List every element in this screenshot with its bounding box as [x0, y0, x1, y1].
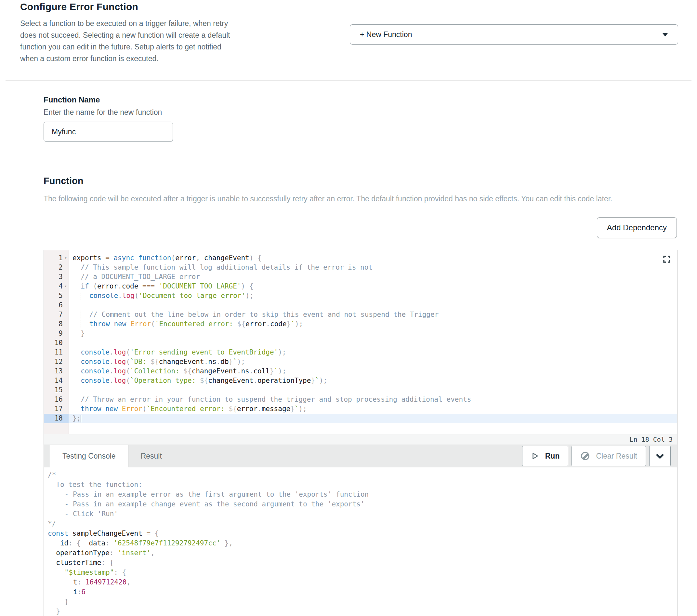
function-editor-panel: 1▾exports = async function(error, change… — [44, 250, 678, 616]
console-code-line[interactable]: - Pass in an example error as the first … — [48, 489, 677, 499]
line-number: 13 — [44, 367, 69, 376]
console-code-line[interactable]: _id: { _data: '62548f79e7f11292792497cc'… — [48, 538, 677, 548]
tab-bar-spacer — [174, 445, 522, 467]
code-line[interactable]: 9 } — [44, 329, 677, 338]
function-select-dropdown[interactable]: + New Function — [350, 25, 678, 45]
add-dependency-button[interactable]: Add Dependency — [597, 217, 677, 238]
line-number: 4▾ — [44, 282, 69, 291]
line-number: 10 — [44, 338, 69, 348]
line-number: 17 — [44, 404, 69, 414]
console-code-line[interactable]: - Click 'Run' — [48, 509, 677, 519]
line-number: 9 — [44, 329, 69, 338]
code-line[interactable]: 1▾exports = async function(error, change… — [44, 253, 677, 263]
section-divider — [5, 160, 692, 160]
fold-arrow-icon[interactable]: ▾ — [63, 253, 69, 263]
code-line[interactable]: 16 // Throw an error in your function to… — [44, 395, 677, 404]
play-icon — [531, 452, 539, 460]
line-number: 12 — [44, 357, 69, 367]
code-line[interactable]: 2 // This sample function will log addit… — [44, 263, 677, 272]
clear-icon — [580, 451, 590, 461]
chevron-down-icon — [662, 33, 668, 36]
code-editor[interactable]: 1▾exports = async function(error, change… — [44, 250, 677, 434]
code-line[interactable]: 15 — [44, 385, 677, 395]
function-section: Function The following code will be exec… — [0, 176, 697, 616]
function-name-section: Function Name Enter the name for the new… — [0, 80, 697, 160]
function-description: The following code will be executed afte… — [44, 193, 659, 205]
code-line[interactable]: 7 // Comment out the line below in order… — [44, 310, 677, 319]
console-code-line[interactable]: clusterTime: { — [48, 558, 677, 568]
testing-console-output[interactable]: /* To test the function: - Pass in an ex… — [44, 467, 677, 616]
page-title: Configure Error Function — [20, 1, 138, 12]
configure-error-function-section: Configure Error Function Select a functi… — [0, 0, 697, 80]
line-number: 15 — [44, 385, 69, 395]
tab-testing-console[interactable]: Testing Console — [50, 445, 129, 467]
line-number: 6 — [44, 300, 69, 310]
line-number: 16 — [44, 395, 69, 404]
console-code-line[interactable]: i:6 — [48, 587, 677, 597]
line-number: 8 — [44, 319, 69, 329]
line-number: 18 — [44, 414, 69, 423]
console-tab-bar: Testing ConsoleResult Run Clear Result — [44, 444, 677, 467]
tab-result[interactable]: Result — [129, 445, 174, 467]
chevron-down-icon — [655, 451, 665, 461]
run-button[interactable]: Run — [522, 446, 568, 466]
code-line[interactable]: 12 console.log(`DB: ${changeEvent.ns.db}… — [44, 357, 677, 367]
code-line[interactable]: 14 console.log(`Operation type: ${change… — [44, 376, 677, 385]
console-code-line[interactable]: operationType: 'insert', — [48, 548, 677, 558]
console-code-line[interactable]: } — [48, 597, 677, 606]
code-line[interactable]: 13 console.log(`Collection: ${changeEven… — [44, 367, 677, 376]
line-number: 3 — [44, 272, 69, 282]
console-code-line[interactable]: } — [48, 606, 677, 616]
console-code-line[interactable]: /* — [48, 470, 677, 480]
console-code-line[interactable]: const sampleChangeEvent = { — [48, 528, 677, 538]
line-number: 2 — [44, 263, 69, 272]
clear-result-button[interactable]: Clear Result — [572, 446, 646, 466]
code-line[interactable]: 3 // a DOCUMENT_TOO_LARGE error — [44, 272, 677, 282]
collapse-console-button[interactable] — [649, 446, 671, 466]
code-line[interactable]: 11 console.log('Error sending event to E… — [44, 348, 677, 357]
line-number: 7 — [44, 310, 69, 319]
code-line[interactable]: 5 console.log('Document too large error'… — [44, 291, 677, 300]
line-number: 5 — [44, 291, 69, 300]
code-line[interactable]: 8 throw new Error(`Encountered error: ${… — [44, 319, 677, 329]
function-name-description: Enter the name for the new function — [44, 108, 162, 117]
code-line[interactable]: 4▾ if (error.code === 'DOCUMENT_TOO_LARG… — [44, 282, 677, 291]
editor-status-bar: Ln 18 Col 3 — [44, 434, 677, 444]
code-line[interactable]: 10 — [44, 338, 677, 348]
function-select-value: + New Function — [360, 30, 412, 39]
console-code-line[interactable]: "$timestamp": { — [48, 568, 677, 577]
code-line[interactable]: 17 throw new Error(`Encountered error: $… — [44, 404, 677, 414]
function-heading: Function — [44, 176, 697, 186]
console-code-line[interactable]: t: 1649712420, — [48, 577, 677, 587]
cursor-position: Ln 18 Col 3 — [630, 436, 672, 443]
editor-filler — [44, 423, 677, 434]
function-name-input[interactable] — [44, 122, 173, 142]
function-name-label: Function Name — [44, 95, 100, 104]
console-code-line[interactable]: - Pass in an example change event as the… — [48, 499, 677, 509]
fold-arrow-icon[interactable]: ▾ — [63, 282, 69, 291]
line-number: 11 — [44, 348, 69, 357]
line-number: 1▾ — [44, 253, 69, 263]
page-description: Select a function to be executed on a tr… — [20, 17, 232, 64]
code-line[interactable]: 6 — [44, 300, 677, 310]
line-number: 14 — [44, 376, 69, 385]
code-line[interactable]: 18}; — [44, 414, 677, 423]
console-code-line[interactable]: To test the function: — [48, 480, 677, 489]
console-code-line[interactable]: */ — [48, 519, 677, 528]
